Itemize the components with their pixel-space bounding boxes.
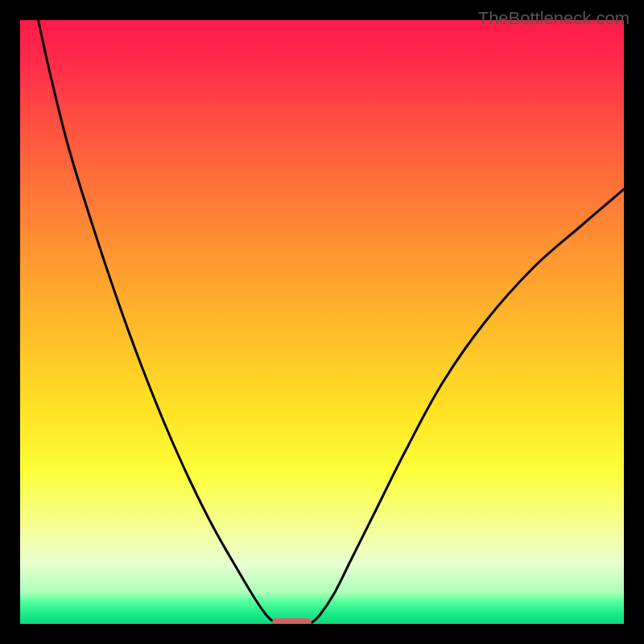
bottleneck-marker: [272, 618, 312, 624]
chart-container: TheBottleneck.com: [0, 0, 644, 644]
gradient-background: [20, 20, 624, 624]
bottleneck-chart: [20, 20, 624, 624]
watermark-text: TheBottleneck.com: [478, 8, 630, 29]
